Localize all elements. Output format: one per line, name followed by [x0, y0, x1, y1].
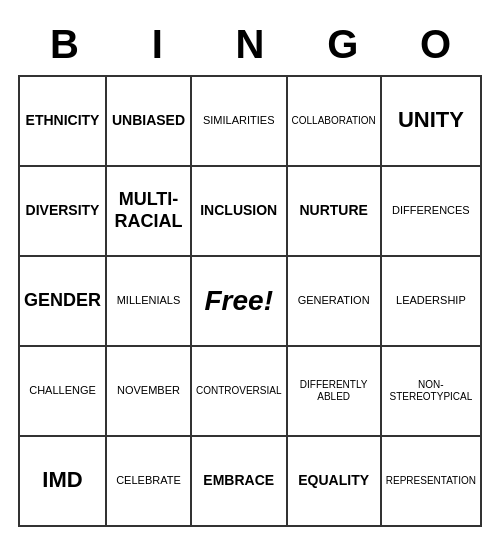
cell-text-6: MULTI-RACIAL: [111, 189, 186, 232]
bingo-cell-8: NURTURE: [288, 167, 382, 257]
bingo-letter-i: I: [111, 18, 204, 71]
bingo-letter-o: O: [389, 18, 482, 71]
cell-text-8: NURTURE: [299, 202, 367, 219]
cell-text-23: EQUALITY: [298, 472, 369, 489]
bingo-cell-3: COLLABORATION: [288, 77, 382, 167]
bingo-cell-18: DIFFERENTLY ABLED: [288, 347, 382, 437]
bingo-cell-7: INCLUSION: [192, 167, 288, 257]
bingo-cell-24: REPRESENTATION: [382, 437, 482, 527]
cell-text-0: ETHNICITY: [26, 112, 100, 129]
cell-text-18: DIFFERENTLY ABLED: [292, 379, 376, 403]
cell-text-9: DIFFERENCES: [392, 204, 470, 217]
bingo-cell-13: GENERATION: [288, 257, 382, 347]
cell-text-3: COLLABORATION: [292, 115, 376, 127]
bingo-letter-g: G: [296, 18, 389, 71]
bingo-card: BINGO ETHNICITYUNBIASEDSIMILARITIESCOLLA…: [10, 10, 490, 535]
cell-text-15: CHALLENGE: [29, 384, 96, 397]
cell-text-11: MILLENIALS: [117, 294, 181, 307]
bingo-cell-2: SIMILARITIES: [192, 77, 288, 167]
cell-text-13: GENERATION: [298, 294, 370, 307]
bingo-cell-5: DIVERSITY: [20, 167, 107, 257]
cell-text-5: DIVERSITY: [26, 202, 100, 219]
cell-text-22: EMBRACE: [203, 472, 274, 489]
bingo-cell-15: CHALLENGE: [20, 347, 107, 437]
bingo-letter-n: N: [204, 18, 297, 71]
cell-text-24: REPRESENTATION: [386, 475, 476, 487]
bingo-cell-9: DIFFERENCES: [382, 167, 482, 257]
cell-text-17: CONTROVERSIAL: [196, 385, 282, 397]
cell-text-19: NON-STEREOTYPICAL: [386, 379, 476, 403]
bingo-cell-11: MILLENIALS: [107, 257, 192, 347]
cell-text-7: INCLUSION: [200, 202, 277, 219]
cell-text-2: SIMILARITIES: [203, 114, 275, 127]
bingo-cell-1: UNBIASED: [107, 77, 192, 167]
bingo-cell-22: EMBRACE: [192, 437, 288, 527]
cell-text-10: GENDER: [24, 290, 101, 312]
bingo-header: BINGO: [18, 18, 482, 71]
cell-text-1: UNBIASED: [112, 112, 185, 129]
cell-text-20: IMD: [42, 467, 82, 493]
bingo-grid: ETHNICITYUNBIASEDSIMILARITIESCOLLABORATI…: [18, 75, 482, 527]
cell-text-16: NOVEMBER: [117, 384, 180, 397]
bingo-cell-16: NOVEMBER: [107, 347, 192, 437]
bingo-cell-23: EQUALITY: [288, 437, 382, 527]
bingo-cell-19: NON-STEREOTYPICAL: [382, 347, 482, 437]
bingo-cell-20: IMD: [20, 437, 107, 527]
bingo-cell-0: ETHNICITY: [20, 77, 107, 167]
bingo-cell-21: CELEBRATE: [107, 437, 192, 527]
bingo-letter-b: B: [18, 18, 111, 71]
bingo-cell-17: CONTROVERSIAL: [192, 347, 288, 437]
bingo-cell-12: Free!: [192, 257, 288, 347]
cell-text-14: LEADERSHIP: [396, 294, 466, 307]
bingo-cell-4: UNITY: [382, 77, 482, 167]
cell-text-12: Free!: [204, 285, 272, 317]
cell-text-4: UNITY: [398, 107, 464, 133]
cell-text-21: CELEBRATE: [116, 474, 181, 487]
bingo-cell-6: MULTI-RACIAL: [107, 167, 192, 257]
bingo-cell-10: GENDER: [20, 257, 107, 347]
bingo-cell-14: LEADERSHIP: [382, 257, 482, 347]
